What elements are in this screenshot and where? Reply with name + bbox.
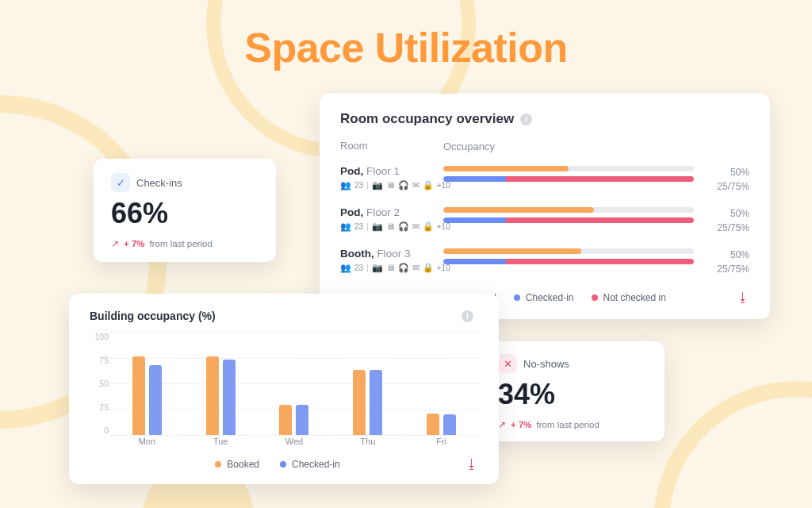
room-col-header: Room	[340, 140, 443, 152]
amenity-icon: 🎧	[398, 181, 409, 190]
x-tick: Thu	[331, 437, 404, 449]
bar-booked	[279, 405, 292, 435]
y-tick: 25	[90, 402, 109, 412]
amenity-icon: 📷	[372, 181, 383, 190]
noshows-delta-suffix: from last period	[537, 420, 599, 429]
dot-red-icon	[592, 294, 598, 301]
bar-booked	[132, 356, 145, 435]
building-occupancy-card: Building occupancy (%) i 1007550250 MonT…	[69, 294, 499, 484]
room-pct: 50%25/75%	[694, 206, 749, 235]
room-pct: 50%25/75%	[694, 165, 749, 194]
amenity-icon: 🎧	[398, 264, 409, 272]
amenity-icon: 🎧	[398, 222, 409, 231]
amenity-icon: 📷	[372, 264, 383, 272]
dot-blue-icon	[514, 294, 520, 301]
noshows-delta-value: + 7%	[511, 420, 532, 429]
bar-group	[404, 332, 478, 435]
room-occupancy-card: Room occupancy overview i Room Occupancy…	[320, 94, 770, 319]
x-tick: Mon	[110, 437, 184, 449]
x-tick: Tue	[184, 437, 258, 449]
bar-checked-in	[370, 370, 382, 435]
amenity-icon: 🖥	[386, 222, 395, 231]
amenity-icon: 🖥	[386, 264, 395, 272]
checkins-delta: ↗ + 7% from last period	[111, 238, 259, 249]
legend-booked: Booked	[227, 459, 259, 470]
room-name: Pod, Floor 1	[340, 165, 443, 177]
y-tick: 75	[90, 356, 109, 365]
capacity-value: 23	[354, 264, 363, 272]
room-pct: 50%25/75%	[694, 248, 749, 276]
people-icon: 👥	[340, 222, 351, 231]
x-tick: Wed	[258, 437, 331, 449]
checkin-bar	[443, 176, 694, 182]
bar-booked	[206, 356, 219, 435]
y-tick: 50	[90, 379, 109, 388]
noshows-label: No-shows	[523, 358, 569, 370]
legend-checked-in: Checked-in	[526, 292, 574, 303]
amenity-icon: 🖥	[386, 181, 395, 190]
legend-checked-in: Checked-in	[292, 459, 340, 470]
amenity-icon: 🔒	[423, 264, 434, 272]
room-row: Pod, Floor 1👥23|📷🖥🎧✉🔒+1050%25/75%	[340, 165, 749, 194]
info-icon[interactable]: i	[520, 114, 532, 125]
checkin-bar	[443, 259, 694, 264]
room-amenities: 👥23|📷🖥🎧✉🔒+10	[340, 222, 443, 231]
legend-not-checked-in: Not checked in	[603, 292, 666, 303]
amenity-icon: 📷	[372, 222, 383, 231]
x-tick: Fri	[404, 437, 478, 449]
bar-group	[258, 332, 331, 435]
bar-group	[331, 332, 404, 435]
bar-checked-in	[296, 405, 308, 435]
noshows-value: 34%	[498, 378, 649, 411]
amenity-icon: ✉	[412, 222, 419, 231]
download-icon[interactable]: ⭳	[737, 291, 749, 305]
occupancy-col-header: Occupancy	[443, 140, 749, 152]
bar-group	[184, 332, 258, 435]
amenity-icon: ✉	[412, 181, 419, 190]
room-name: Pod, Floor 2	[340, 206, 443, 218]
room-row: Pod, Floor 2👥23|📷🖥🎧✉🔒+1050%25/75%	[340, 206, 749, 235]
y-tick: 0	[90, 425, 109, 435]
bar-checked-in	[223, 360, 236, 435]
bar-booked	[353, 370, 366, 435]
room-name: Booth, Floor 3	[340, 248, 443, 260]
checkin-bar	[443, 217, 694, 223]
checkins-delta-value: + 7%	[124, 239, 145, 248]
building-card-title: Building occupancy (%)	[90, 310, 216, 322]
room-amenities: 👥23|📷🖥🎧✉🔒+10	[340, 181, 443, 190]
check-icon: ✓	[111, 173, 130, 192]
dot-orange-icon	[215, 461, 221, 468]
room-amenities: 👥23|📷🖥🎧✉🔒+10	[340, 264, 443, 272]
checkins-value: 66%	[111, 197, 259, 230]
info-icon[interactable]: i	[462, 310, 473, 322]
amenity-more: +10	[437, 181, 450, 190]
bar-group	[110, 332, 184, 435]
amenity-icon: ✉	[412, 264, 419, 272]
bar-checked-in	[443, 414, 456, 435]
checkins-card: ✓ Check-ins 66% ↗ + 7% from last period	[94, 159, 276, 262]
amenity-icon: 🔒	[423, 222, 434, 231]
capacity-value: 23	[354, 181, 363, 190]
capacity-value: 23	[354, 222, 363, 231]
trend-up-icon: ↗	[111, 238, 119, 249]
download-icon[interactable]: ⭳	[465, 457, 478, 471]
checkins-delta-suffix: from last period	[150, 239, 213, 248]
people-icon: 👥	[340, 264, 351, 272]
trend-up-icon: ↗	[498, 419, 506, 430]
people-icon: 👥	[340, 181, 351, 190]
booked-bar	[443, 248, 694, 254]
building-legend: Booked Checked-in	[90, 459, 465, 470]
page-title: Space Utilization	[0, 24, 812, 71]
room-card-title: Room occupancy overview	[340, 111, 514, 127]
x-icon: ✕	[498, 354, 517, 373]
building-chart: 1007550250 MonTueWedThuFri	[110, 332, 478, 449]
booked-bar	[443, 207, 694, 213]
room-row: Booth, Floor 3👥23|📷🖥🎧✉🔒+1050%25/75%	[340, 248, 749, 276]
amenity-icon: 🔒	[423, 181, 434, 190]
checkins-label: Check-ins	[136, 177, 182, 189]
dot-blue-icon	[280, 461, 286, 468]
amenity-more: +10	[437, 264, 450, 272]
y-tick: 100	[90, 332, 109, 341]
bar-booked	[427, 414, 439, 435]
noshows-card: ✕ No-shows 34% ↗ + 7% from last period	[482, 341, 665, 441]
